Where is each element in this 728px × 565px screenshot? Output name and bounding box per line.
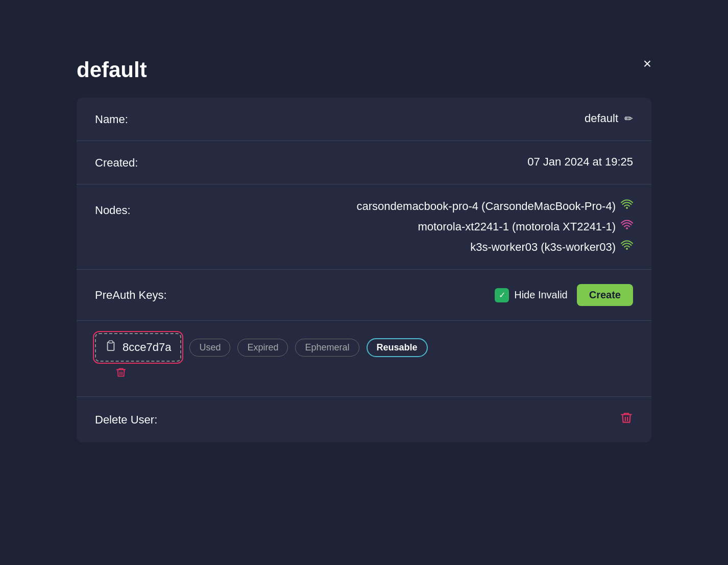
key-block-0: 8cce7d7a Used Expired Ephemeral Reusable [95,333,428,381]
nodes-row: Nodes: carsondemacbook-pro-4 (CarsondeMa… [77,184,651,270]
close-button[interactable]: × [643,57,651,71]
modal-body: Name: default ✏ Created: 07 Jan 2024 at … [77,98,651,442]
node-status-icon-1[interactable] [621,219,633,234]
delete-key-button-0[interactable] [115,367,127,381]
tag-ephemeral[interactable]: Ephemeral [295,339,359,357]
keys-content: 8cce7d7a Used Expired Ephemeral Reusable [95,333,633,381]
created-row: Created: 07 Jan 2024 at 19:25 [77,141,651,184]
hide-invalid-label[interactable]: ✓ Hide Invalid [495,288,568,302]
modal-container: default × Name: default ✏ Created: 07 Ja… [51,37,677,528]
svg-point-2 [626,248,628,250]
node-item-2: k3s-worker03 (k3s-worker03) [470,240,633,255]
modal-title: default [77,58,651,82]
clipboard-icon [105,340,116,355]
node-status-icon-0[interactable] [621,199,633,214]
nodes-list: carsondemacbook-pro-4 (CarsondeMacBook-P… [207,199,633,255]
node-status-icon-2[interactable] [621,240,633,255]
preauth-row: PreAuth Keys: ✓ Hide Invalid Create [77,270,651,321]
key-with-tags-0: 8cce7d7a Used Expired Ephemeral Reusable [95,333,428,362]
created-label: Created: [95,155,207,170]
delete-user-label: Delete User: [95,413,620,427]
preauth-label: PreAuth Keys: [95,289,207,302]
name-label: Name: [95,112,207,126]
nodes-label: Nodes: [95,199,207,217]
node-name-2: k3s-worker03 (k3s-worker03) [470,241,616,254]
node-name-0: carsondemacbook-pro-4 (CarsondeMacBook-P… [357,200,616,213]
name-value: default [585,112,618,125]
svg-point-0 [626,207,628,209]
delete-user-row: Delete User: [77,397,651,442]
name-value-container: default ✏ [207,112,633,125]
hide-invalid-text: Hide Invalid [514,289,568,301]
node-item-0: carsondemacbook-pro-4 (CarsondeMacBook-P… [357,199,633,214]
tag-used[interactable]: Used [189,339,230,357]
key-id-0: 8cce7d7a [123,341,171,354]
node-item-1: motorola-xt2241-1 (motorola XT2241-1) [418,219,633,234]
svg-point-1 [626,227,628,229]
tag-reusable[interactable]: Reusable [367,338,428,357]
delete-user-button[interactable] [620,411,633,428]
name-row: Name: default ✏ [77,98,651,141]
svg-rect-5 [109,341,112,343]
key-card-0[interactable]: 8cce7d7a [95,333,181,362]
tags-row-0: Used Expired Ephemeral Reusable [189,338,427,357]
created-value: 07 Jan 2024 at 19:25 [207,155,633,169]
tag-expired[interactable]: Expired [237,339,288,357]
preauth-controls: ✓ Hide Invalid Create [207,284,633,306]
create-button[interactable]: Create [577,284,633,306]
edit-icon[interactable]: ✏ [624,112,633,125]
keys-section: 8cce7d7a Used Expired Ephemeral Reusable [77,321,651,397]
hide-invalid-checkbox[interactable]: ✓ [495,288,509,302]
node-name-1: motorola-xt2241-1 (motorola XT2241-1) [418,220,616,233]
